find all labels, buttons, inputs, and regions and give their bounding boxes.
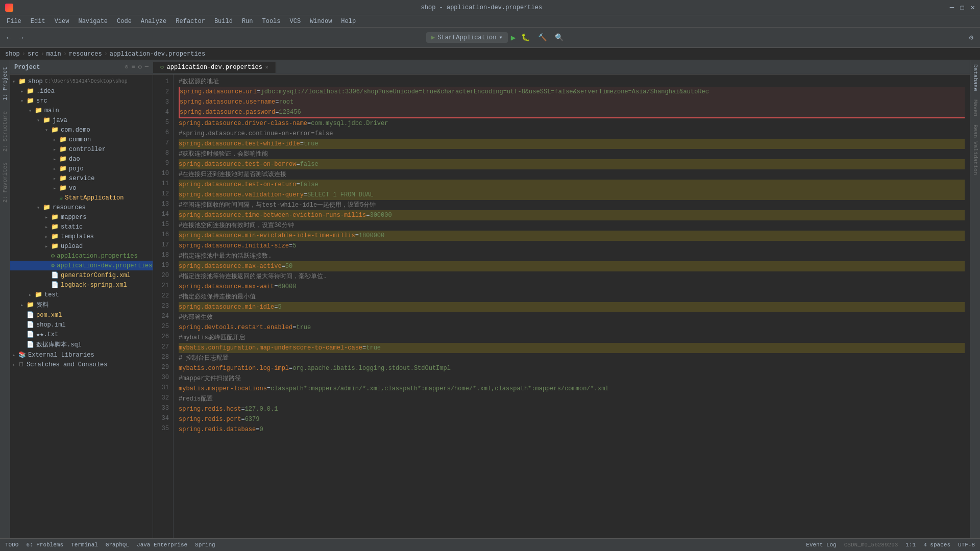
project-settings-icon[interactable]: ⚙ [138, 63, 142, 71]
collapse-all-icon[interactable]: ≡ [131, 63, 135, 71]
menu-run[interactable]: Run [238, 17, 257, 26]
breadcrumb-src[interactable]: src [28, 51, 39, 58]
tree-item-upload[interactable]: ▸ 📁 upload [10, 241, 153, 251]
maven-panel-button[interactable]: Maven [971, 95, 979, 120]
tree-item-dao[interactable]: ▸ 📁 dao [10, 154, 153, 164]
menu-window[interactable]: Window [306, 17, 336, 26]
code-line-9: spring.datasource.test-on-borrow=false [179, 159, 965, 169]
tree-item-java[interactable]: ▾ 📁 java [10, 115, 153, 125]
tree-item-main[interactable]: ▾ 📁 main [10, 106, 153, 115]
tree-item-app-props[interactable]: ▸ ⚙ application.properties [10, 251, 153, 261]
tree-item-pom[interactable]: ▸ 📄 pom.xml [10, 310, 153, 320]
debug-button[interactable]: 🐛 [519, 32, 532, 43]
tree-item-external-lib[interactable]: ▸ 📚 External Libraries [10, 350, 153, 360]
test-folder-icon: 📁 [35, 291, 42, 298]
tree-label-ziyuan: 资料 [36, 300, 48, 309]
menu-view[interactable]: View [51, 17, 74, 26]
code-line-31: mybatis.mapper-locations=classpath*:mapp… [179, 384, 965, 394]
tree-item-common[interactable]: ▸ 📁 common [10, 135, 153, 144]
build-button[interactable]: 🔨 [535, 32, 549, 43]
code-line-25: spring.devtools.restart.enabled=true [179, 322, 965, 333]
menu-refactor[interactable]: Refactor [172, 17, 209, 26]
event-log-button[interactable]: Event Log [806, 542, 836, 548]
tree-item-src[interactable]: ▾ 📁 src [10, 96, 153, 106]
favorites-icon[interactable]: 2: Favorites [1, 158, 9, 207]
tree-item-txt[interactable]: ▸ 📄 ★★.txt [10, 330, 153, 339]
tree-label-controller: controller [69, 146, 106, 153]
tree-item-vo[interactable]: ▸ 📁 vo [10, 183, 153, 193]
close-project-panel-icon[interactable]: — [145, 63, 149, 71]
tree-item-resources[interactable]: ▾ 📁 resources [10, 203, 153, 212]
tree-item-test[interactable]: ▸ 📁 test [10, 290, 153, 299]
tab-label: application-dev.properties [167, 64, 262, 71]
tree-item-com-demo[interactable]: ▾ 📁 com.demo [10, 125, 153, 135]
back-button[interactable]: ← [4, 32, 13, 43]
tree-item-app-dev-props[interactable]: ▸ ⚙ application-dev.properties [10, 261, 153, 270]
tree-item-templates[interactable]: ▸ 📁 templates [10, 232, 153, 241]
tree-item-service[interactable]: ▸ 📁 service [10, 173, 153, 183]
tree-item-scratches[interactable]: ▸ 🗒 Scratches and Consoles [10, 360, 153, 369]
menu-analyze[interactable]: Analyze [137, 17, 170, 26]
service-folder-icon: 📁 [59, 174, 67, 182]
menu-navigate[interactable]: Navigate [74, 17, 112, 26]
left-tool-buttons: 1: Project 2: Structure 2: Favorites [0, 60, 10, 538]
tree-item-logback[interactable]: ▸ 📄 logback-spring.xml [10, 280, 153, 290]
code-line-16: spring.datasource.min-evictable-idle-tim… [179, 231, 965, 241]
bean-validation-button[interactable]: Bean Validation [971, 120, 979, 179]
settings-button[interactable]: ⚙ [967, 32, 976, 43]
resources-folder-icon: 📁 [43, 204, 51, 211]
tab-app-dev-props[interactable]: ⚙ application-dev.properties ✕ [153, 62, 276, 73]
structure-icon[interactable]: 2: Structure [1, 107, 9, 156]
spring-button[interactable]: Spring [195, 542, 215, 548]
problems-button[interactable]: 6: Problems [26, 542, 63, 548]
close-button[interactable]: ✕ [971, 3, 975, 12]
menu-file[interactable]: File [3, 17, 26, 26]
menu-build[interactable]: Build [210, 17, 237, 26]
tree-item-sql[interactable]: ▸ 📄 数据库脚本.sql [10, 339, 153, 350]
locate-file-icon[interactable]: ⊙ [125, 63, 128, 71]
upload-folder-icon: 📁 [51, 242, 59, 250]
tree-item-iml[interactable]: ▸ 📄 shop.iml [10, 320, 153, 330]
code-line-26: #mybatis驼峰匹配开启 [179, 333, 965, 343]
terminal-button[interactable]: Terminal [71, 542, 98, 548]
tree-item-idea[interactable]: ▸ 📁 .idea [10, 86, 153, 96]
breadcrumb-main[interactable]: main [46, 51, 61, 58]
tree-item-mappers[interactable]: ▸ 📁 mappers [10, 212, 153, 222]
tab-bar: ⚙ application-dev.properties ✕ [153, 60, 970, 74]
tree-item-shop[interactable]: ▾ 📁 shop C:\Users\51414\Desktop\shop [10, 77, 153, 86]
encoding-button[interactable]: UTF-8 [958, 542, 975, 548]
search-everywhere-button[interactable]: 🔍 [552, 32, 566, 43]
indent-setting[interactable]: 4 spaces [923, 542, 950, 548]
tree-label-common: common [69, 136, 91, 143]
tree-item-pojo[interactable]: ▸ 📁 pojo [10, 164, 153, 173]
tree-item-generator[interactable]: ▸ 📄 generatorConfig.xml [10, 270, 153, 280]
menu-tools[interactable]: Tools [258, 17, 285, 26]
run-button[interactable]: ▶ [511, 33, 516, 43]
menu-help[interactable]: Help [337, 17, 360, 26]
database-panel-button[interactable]: Database [971, 60, 979, 95]
tree-item-static[interactable]: ▸ 📁 static [10, 222, 153, 232]
maximize-button[interactable]: ❐ [960, 3, 964, 12]
menu-edit[interactable]: Edit [27, 17, 50, 26]
idea-folder-icon: 📁 [27, 87, 34, 95]
breadcrumb-file[interactable]: application-dev.properties [110, 51, 205, 58]
menu-code[interactable]: Code [113, 17, 136, 26]
java-enterprise-button[interactable]: Java Enterprise [137, 542, 187, 548]
code-line-6: #spring.datasource.continue-on-error=fal… [179, 129, 965, 139]
tree-item-controller[interactable]: ▸ 📁 controller [10, 144, 153, 154]
tree-label-external-lib: External Libraries [28, 352, 94, 359]
graphql-button[interactable]: GraphQL [106, 542, 129, 548]
minimize-button[interactable]: — [950, 3, 954, 12]
breadcrumb-shop[interactable]: shop [5, 51, 20, 58]
title-bar: shop - application-dev.properties — ❐ ✕ [0, 0, 980, 15]
forward-button[interactable]: → [16, 32, 26, 43]
breadcrumb-resources[interactable]: resources [69, 51, 102, 58]
code-editor[interactable]: #数据源的地址 spring.datasource.url=jdbc:mysql… [174, 74, 970, 538]
todo-button[interactable]: TODO [5, 542, 18, 548]
tree-item-startapp[interactable]: ▸ ☕ StartApplication [10, 193, 153, 203]
tab-close-icon[interactable]: ✕ [265, 64, 268, 70]
run-configuration[interactable]: ▶ StartApplication ▾ [426, 32, 508, 43]
tree-item-ziyuan[interactable]: ▸ 📁 资料 [10, 299, 153, 310]
project-icon[interactable]: 1: Project [1, 63, 9, 105]
menu-vcs[interactable]: VCS [286, 17, 305, 26]
